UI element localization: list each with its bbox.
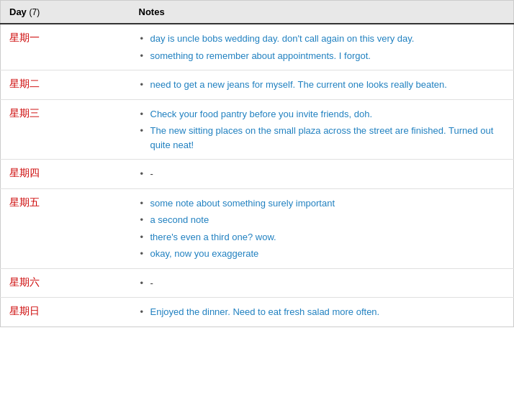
table-row: 星期日Enjoyed the dinner. Need to eat fresh… [1, 298, 514, 327]
day-cell: 星期一 [1, 24, 130, 70]
notes-cell: need to get a new jeans for myself. The … [130, 70, 514, 100]
note-item: - [139, 165, 505, 183]
day-column-header: Day (7) [1, 1, 130, 24]
notes-cell: Enjoyed the dinner. Need to eat fresh sa… [130, 298, 514, 327]
table-row: 星期四- [1, 160, 514, 189]
day-cell: 星期四 [1, 160, 130, 189]
day-cell: 星期二 [1, 70, 130, 100]
note-item: some note about something surely importa… [139, 195, 505, 212]
note-item: there's even a third one? wow. [139, 229, 505, 246]
note-item: - [139, 275, 505, 292]
notes-cell: day is uncle bobs wedding day. don't cal… [130, 24, 514, 70]
table-header-row: Day (7) Notes [1, 1, 514, 24]
notes-cell: Check your food pantry before you invite… [130, 99, 514, 160]
day-cell: 星期三 [1, 99, 130, 160]
note-item: something to remember about appointments… [139, 47, 505, 65]
note-item: The new sitting places on the small plaz… [139, 122, 505, 153]
table-row: 星期二need to get a new jeans for myself. T… [1, 70, 514, 100]
table-row: 星期三Check your food pantry before you inv… [1, 99, 514, 160]
note-item: a second note [139, 211, 505, 229]
notes-cell: - [130, 160, 514, 189]
day-cell: 星期六 [1, 268, 130, 298]
table-body: 星期一day is uncle bobs wedding day. don't … [1, 24, 514, 327]
table-row: 星期一day is uncle bobs wedding day. don't … [1, 24, 514, 70]
day-cell: 星期五 [1, 188, 130, 268]
note-item: need to get a new jeans for myself. The … [139, 76, 505, 93]
notes-column-header: Notes [130, 1, 514, 24]
notes-cell: - [130, 268, 514, 298]
table-row: 星期五some note about something surely impo… [1, 188, 514, 268]
notes-cell: some note about something surely importa… [130, 188, 514, 268]
table-row: 星期六- [1, 268, 514, 298]
note-item: Check your food pantry before you invite… [139, 106, 505, 123]
note-item: okay, now you exaggerate [139, 245, 505, 262]
note-item: Enjoyed the dinner. Need to eat fresh sa… [139, 303, 505, 321]
weekly-notes-table: Day (7) Notes 星期一day is uncle bobs weddi… [0, 0, 514, 327]
note-item: day is uncle bobs wedding day. don't cal… [139, 30, 505, 47]
day-cell: 星期日 [1, 298, 130, 327]
